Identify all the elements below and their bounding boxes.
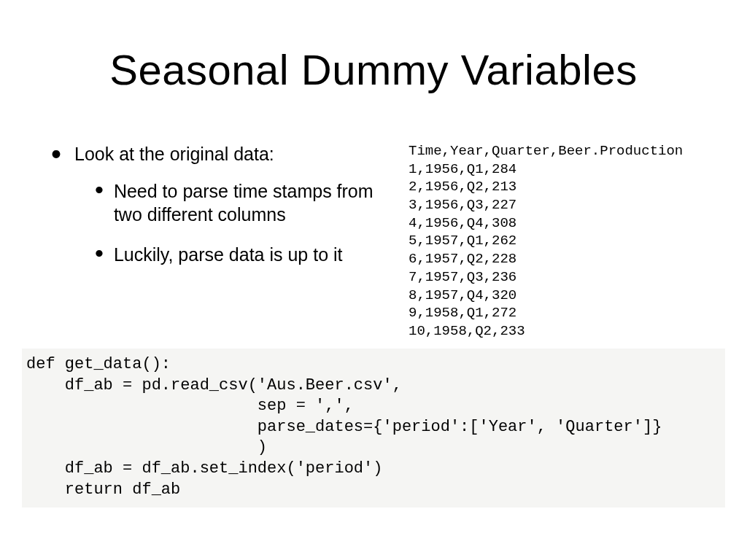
bullet-dot-icon: • [95,182,104,197]
bullet-sub-2: • Luckily, parse data is up to it [95,243,401,267]
slide-title: Seasonal Dummy Variables [0,45,747,94]
code-block: def get_data(): df_ab = pd.read_csv('Aus… [22,349,725,508]
bullet-dot-icon: • [95,246,104,260]
bullet-sub-1-text: Need to parse time stamps from two diffe… [114,179,401,227]
bullet-dot-icon: • [51,145,61,163]
bullet-sub-1: • Need to parse time stamps from two dif… [95,179,401,227]
bullet-main: • Look at the original data: [51,142,401,166]
slide: Seasonal Dummy Variables • Look at the o… [0,0,747,560]
csv-preview: Time,Year,Quarter,Beer.Production 1,1956… [409,142,737,341]
bullet-list: • Look at the original data: • Need to p… [51,142,401,282]
bullet-main-text: Look at the original data: [74,142,274,166]
bullet-sub-2-text: Luckily, parse data is up to it [114,243,343,267]
